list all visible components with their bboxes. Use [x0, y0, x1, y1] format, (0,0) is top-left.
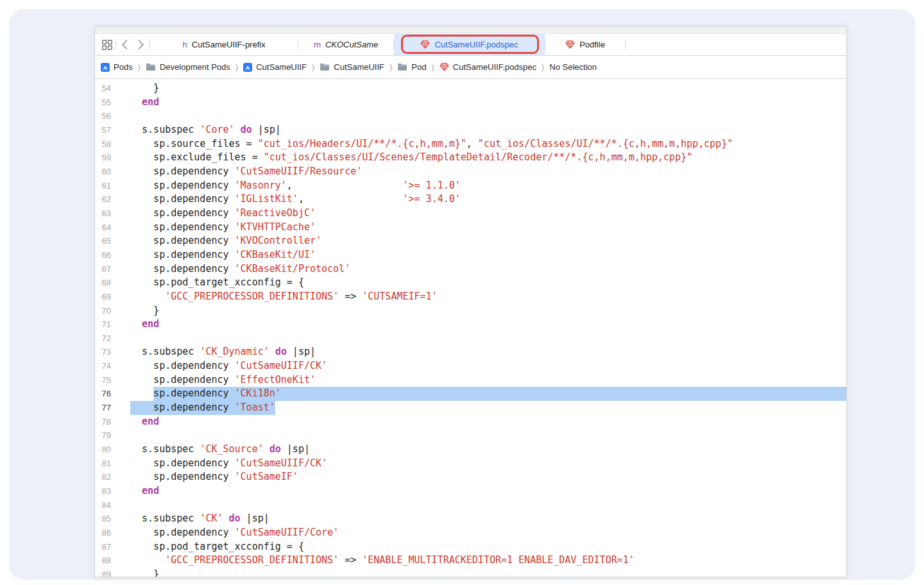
- code-line-76[interactable]: 76 sp.dependency 'CKi18n': [95, 387, 846, 401]
- code-text: sp.dependency 'CKi18n': [130, 387, 846, 401]
- code-line-58[interactable]: 58 sp.source_files = "cut_ios/Headers/UI…: [95, 137, 846, 151]
- code-text: sp.dependency 'CKBaseKit/Protocol': [130, 262, 846, 276]
- tab-ckocutsame[interactable]: mCKOCutSame: [298, 34, 393, 55]
- code-line-62[interactable]: 62 sp.dependency 'IGListKit', '>= 3.4.0': [95, 192, 846, 207]
- line-number: 82: [95, 470, 130, 484]
- project-icon: A: [243, 63, 252, 72]
- code-line-78[interactable]: 78 end: [95, 415, 846, 429]
- breadcrumb-item-development-pods[interactable]: Development Pods: [146, 62, 230, 72]
- code-text: s.subspec 'Core' do |sp|: [130, 123, 846, 137]
- chevron-right-icon: 〉: [542, 62, 544, 72]
- code-line-75[interactable]: 75 sp.dependency 'EffectOneKit': [95, 373, 846, 387]
- forward-icon[interactable]: [133, 34, 150, 55]
- code-text: end: [130, 415, 846, 429]
- line-number: 64: [95, 221, 130, 235]
- tab-label: CKOCutSame: [325, 40, 378, 49]
- project-icon: A: [101, 63, 110, 72]
- tab-cutsameuiif-podspec[interactable]: CutSameUIIF.podspec: [394, 34, 545, 55]
- line-number: 56: [95, 109, 130, 123]
- code-line-67[interactable]: 67 sp.dependency 'CKBaseKit/Protocol': [95, 262, 846, 276]
- code-text: sp.exclude_files = "cut_ios/Classes/UI/S…: [130, 151, 846, 165]
- line-number: 70: [95, 304, 130, 318]
- code-line-88[interactable]: 88 'GCC_PREPROCESSOR_DEFINITIONS' => 'EN…: [95, 554, 846, 568]
- chevron-right-icon: 〉: [235, 62, 238, 72]
- code-text: [130, 332, 846, 346]
- line-number: 66: [95, 248, 130, 262]
- line-number: 59: [95, 151, 130, 165]
- line-number: 71: [95, 318, 130, 332]
- code-line-77[interactable]: 77 sp.dependency 'Toast': [95, 401, 846, 415]
- code-line-79[interactable]: 79: [95, 428, 846, 443]
- code-line-73[interactable]: 73 s.subspec 'CK_Dynamic' do |sp|: [95, 345, 846, 359]
- code-line-55[interactable]: 55 end: [95, 96, 846, 110]
- line-number: 69: [95, 290, 130, 304]
- breadcrumb-label: CutSameUIIF.podspec: [453, 62, 536, 72]
- line-number: 55: [95, 96, 130, 110]
- breadcrumb-item-no-selection[interactable]: No Selection: [549, 62, 597, 72]
- tab-overview-icon[interactable]: [99, 34, 116, 55]
- code-line-71[interactable]: 71 end: [95, 318, 846, 332]
- code-line-87[interactable]: 87 sp.pod_target_xcconfig = {: [95, 540, 846, 554]
- code-line-65[interactable]: 65 sp.dependency 'KVOController': [95, 234, 846, 248]
- code-text: sp.dependency 'ReactiveObjC': [130, 207, 846, 221]
- code-line-68[interactable]: 68 sp.pod_target_xcconfig = {: [95, 276, 846, 290]
- code-text: }: [130, 81, 846, 96]
- xcode-window: hCutSameUIIF-prefixmCKOCutSameCutSameUII…: [94, 26, 847, 577]
- code-text: end: [130, 484, 846, 498]
- code-editor[interactable]: 54 }55 end5657 s.subspec 'Core' do |sp|5…: [95, 79, 846, 577]
- code-line-83[interactable]: 83 end: [95, 484, 846, 498]
- line-number: 60: [95, 165, 130, 179]
- back-icon[interactable]: [116, 34, 133, 55]
- tab-podfile[interactable]: Podfile: [545, 34, 625, 55]
- folder-icon: [397, 63, 407, 71]
- breadcrumb-item-pods[interactable]: APods: [101, 62, 133, 72]
- code-text: sp.dependency 'CKBaseKit/UI': [130, 248, 846, 262]
- chevron-right-icon: 〉: [138, 62, 141, 72]
- code-text: sp.pod_target_xcconfig = {: [130, 276, 846, 290]
- code-text: sp.dependency 'Masonry', '>= 1.1.0': [130, 179, 846, 193]
- line-number: 78: [95, 415, 130, 429]
- line-number: 75: [95, 373, 130, 387]
- code-text: sp.dependency 'CutSameUIIF/CK': [130, 359, 846, 373]
- code-line-66[interactable]: 66 sp.dependency 'CKBaseKit/UI': [95, 248, 846, 262]
- code-text: end: [130, 318, 846, 332]
- code-line-80[interactable]: 80 s.subspec 'CK_Source' do |sp|: [95, 443, 846, 457]
- code-text: sp.source_files = "cut_ios/Headers/UI/**…: [130, 137, 846, 151]
- code-line-85[interactable]: 85 s.subspec 'CK' do |sp|: [95, 512, 846, 526]
- chevron-right-icon: 〉: [389, 62, 392, 72]
- code-line-81[interactable]: 81 sp.dependency 'CutSameUIIF/CK': [95, 457, 846, 471]
- editor-tab-bar: hCutSameUIIF-prefixmCKOCutSameCutSameUII…: [95, 34, 846, 56]
- code-line-59[interactable]: 59 sp.exclude_files = "cut_ios/Classes/U…: [95, 151, 846, 165]
- breadcrumb-item-cutsameuiif-podspec[interactable]: CutSameUIIF.podspec: [440, 62, 536, 72]
- breadcrumb-label: CutSameUIIF: [334, 62, 384, 72]
- code-line-54[interactable]: 54 }: [95, 81, 846, 96]
- line-number: 57: [95, 123, 130, 137]
- chevron-right-icon: 〉: [312, 62, 314, 72]
- line-number: 80: [95, 443, 130, 457]
- code-line-56[interactable]: 56: [95, 109, 846, 123]
- code-line-61[interactable]: 61 sp.dependency 'Masonry', '>= 1.1.0': [95, 179, 846, 193]
- tab-cutsameuiif-prefix[interactable]: hCutSameUIIF-prefix: [150, 34, 298, 55]
- code-line-70[interactable]: 70 }: [95, 304, 846, 318]
- line-number: 89: [95, 568, 130, 577]
- code-text: sp.dependency 'Toast': [130, 401, 846, 415]
- code-line-89[interactable]: 89 }: [95, 568, 846, 577]
- line-number: 72: [95, 332, 130, 346]
- code-line-86[interactable]: 86 sp.dependency 'CutSameUIIF/Core': [95, 526, 846, 540]
- breadcrumb-item-cutsameuiif[interactable]: ACutSameUIIF: [243, 62, 307, 72]
- code-line-63[interactable]: 63 sp.dependency 'ReactiveObjC': [95, 207, 846, 221]
- code-line-60[interactable]: 60 sp.dependency 'CutSameUIIF/Resource': [95, 165, 846, 179]
- breadcrumb-item-pod[interactable]: Pod: [397, 62, 426, 72]
- code-line-84[interactable]: 84: [95, 498, 846, 513]
- line-number: 68: [95, 276, 130, 290]
- code-line-69[interactable]: 69 'GCC_PREPROCESSOR_DEFINITIONS' => 'CU…: [95, 290, 846, 304]
- breadcrumb-item-cutsameuiif[interactable]: CutSameUIIF: [320, 62, 384, 72]
- code-text: s.subspec 'CK' do |sp|: [130, 512, 846, 526]
- code-text: s.subspec 'CK_Source' do |sp|: [130, 443, 846, 457]
- code-line-64[interactable]: 64 sp.dependency 'KTVHTTPCache': [95, 221, 846, 235]
- m-file-icon: m: [314, 40, 321, 49]
- code-line-74[interactable]: 74 sp.dependency 'CutSameUIIF/CK': [95, 359, 846, 373]
- code-line-57[interactable]: 57 s.subspec 'Core' do |sp|: [95, 123, 846, 137]
- code-line-82[interactable]: 82 sp.dependency 'CutSameIF': [95, 470, 846, 484]
- code-line-72[interactable]: 72: [95, 332, 846, 346]
